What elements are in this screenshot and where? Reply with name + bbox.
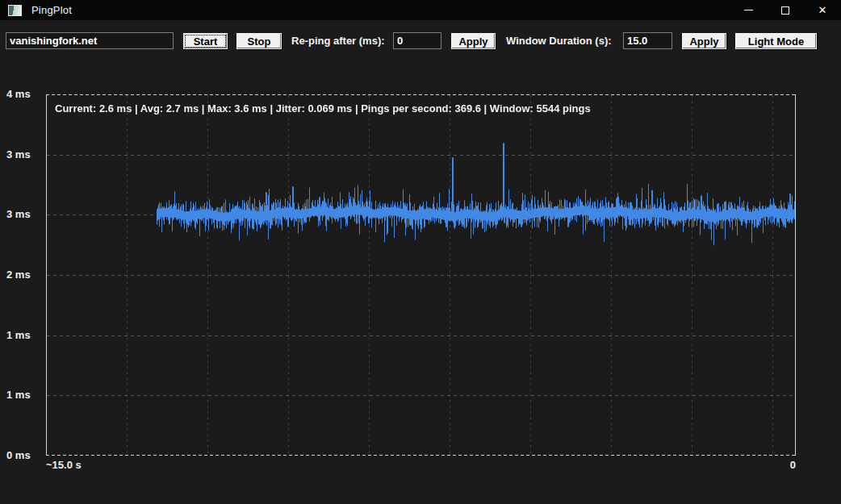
close-icon: ✕ [818, 5, 827, 15]
apply-reping-button[interactable]: Apply [451, 33, 496, 49]
start-button[interactable]: Start [183, 33, 228, 49]
y-tick-label: 3 ms [6, 148, 44, 161]
x-axis-right-label: 0 [790, 459, 796, 471]
window-duration-label: Window Duration (s): [506, 35, 612, 47]
minimize-button[interactable] [730, 0, 767, 20]
y-tick-label: 1 ms [6, 389, 44, 402]
app-icon [8, 5, 22, 16]
host-input[interactable] [6, 32, 174, 49]
y-tick-label: 3 ms [6, 208, 44, 221]
close-button[interactable]: ✕ [804, 0, 841, 20]
y-tick-label: 2 ms [6, 269, 44, 281]
maximize-icon [781, 6, 789, 15]
y-tick-label: 1 ms [6, 329, 44, 342]
apply-window-duration-button[interactable]: Apply [682, 33, 726, 49]
window-duration-input[interactable] [623, 32, 672, 49]
pingplot-window: { "window": { "title": "PingPlot", "clos… [0, 0, 841, 504]
light-mode-button[interactable]: Light Mode [735, 33, 817, 49]
reping-after-input[interactable] [393, 32, 441, 49]
stats-line: Current: 2.6 ms | Avg: 2.7 ms | Max: 3.6… [55, 102, 591, 115]
y-tick-label: 4 ms [6, 88, 44, 101]
stop-button[interactable]: Stop [236, 33, 282, 49]
toolbar: Start Stop Re-ping after (ms): Apply Win… [0, 20, 841, 77]
x-axis-left-label: ~15.0 s [46, 459, 82, 471]
ping-plot-area: Current: 2.6 ms | Avg: 2.7 ms | Max: 3.6… [46, 94, 797, 456]
title-bar: PingPlot ✕ [0, 0, 841, 20]
maximize-button[interactable] [767, 0, 804, 20]
ping-line-chart [46, 94, 797, 456]
window-title: PingPlot [31, 4, 72, 16]
y-tick-label: 0 ms [6, 449, 44, 462]
reping-after-label: Re-ping after (ms): [291, 35, 385, 47]
minimize-icon [744, 10, 753, 10]
window-controls: ✕ [730, 0, 841, 20]
